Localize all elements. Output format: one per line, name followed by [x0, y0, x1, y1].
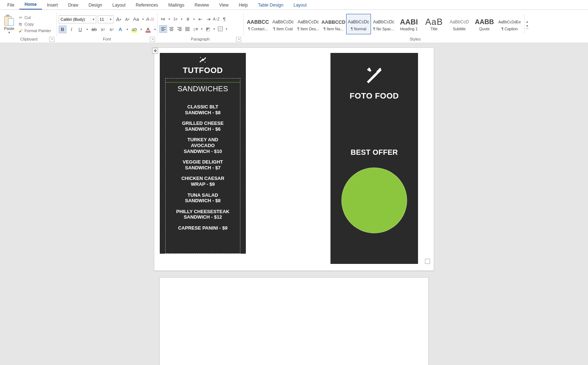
tab-home[interactable]: Home: [19, 0, 42, 9]
bold-button[interactable]: B: [59, 26, 66, 33]
chevron-down-icon[interactable]: ▾: [192, 18, 196, 21]
highlight-color-button[interactable]: ab: [131, 26, 138, 33]
chevron-down-icon[interactable]: ▾: [153, 28, 157, 31]
font-name-input[interactable]: [59, 16, 90, 23]
style-preview: AaBbCcDdEe: [498, 17, 521, 27]
chevron-down-icon[interactable]: ▾: [180, 18, 183, 21]
change-case-button[interactable]: Aa: [132, 16, 140, 23]
font-name-combo[interactable]: ▾: [59, 15, 96, 23]
align-left-button[interactable]: [159, 25, 167, 33]
tab-table-design[interactable]: Table Design: [253, 1, 288, 9]
chevron-down-icon[interactable]: ▾: [85, 28, 89, 31]
chevron-down-icon[interactable]: ▾: [8, 31, 10, 34]
style-label: Subtitle: [453, 27, 465, 31]
document-page-2[interactable]: [159, 277, 429, 365]
superscript-button[interactable]: x2: [108, 26, 115, 33]
menu-item: CHICKEN CAESAR WRAP - $9: [181, 176, 224, 187]
style-preview: AABBCC: [247, 17, 269, 27]
increase-indent-button[interactable]: ⇥: [205, 16, 212, 23]
chevron-down-icon[interactable]: ▾: [212, 27, 216, 31]
menu-item: VEGGIE DELIGHT SANDWICH - $7: [183, 159, 223, 170]
style-item[interactable]: AaBbCcDc¶ Item Des...: [296, 14, 321, 34]
offer-circle-shape[interactable]: [341, 168, 407, 233]
tab-insert[interactable]: Insert: [42, 1, 63, 9]
multilevel-list-button[interactable]: ≣: [184, 16, 192, 23]
menu-item: TUNA SALAD SANDWICH - $8: [185, 192, 221, 204]
bullets-button[interactable]: •≡: [159, 16, 167, 23]
styles-more-button[interactable]: ▴▾: [524, 14, 530, 34]
increase-font-size-button[interactable]: A▴: [115, 16, 122, 23]
chevron-down-icon[interactable]: ▾: [125, 28, 129, 31]
menu-panel-left[interactable]: TUTFOOD SANDWICHES CLASSIC BLT SANDWICH …: [160, 53, 246, 254]
group-font: ▾ ▾ A▴ A▾ Aa▾ A⌫ B I U▾ ab x2: [57, 11, 157, 43]
strikethrough-button[interactable]: ab: [90, 26, 98, 33]
styles-gallery[interactable]: AABBCC¶ Contact...AaBbCcDc¶ Item CostAaB…: [245, 14, 522, 34]
underline-button[interactable]: U: [77, 26, 84, 33]
align-right-button[interactable]: [176, 25, 183, 32]
font-color-button[interactable]: A: [144, 26, 152, 33]
clear-formatting-button[interactable]: A⌫: [146, 16, 154, 23]
tab-layout[interactable]: Layout: [107, 1, 131, 9]
format-painter-button[interactable]: 🖌 Format Painter: [17, 28, 52, 34]
style-item[interactable]: AaBbCcDdEe¶ Caption: [497, 14, 522, 34]
style-item[interactable]: AABBCCD¶ Item Na...: [321, 14, 346, 34]
line-spacing-button[interactable]: ↕≡: [192, 25, 199, 32]
font-size-input[interactable]: [98, 16, 108, 23]
style-item[interactable]: AaBbCcDSubtitle: [447, 14, 472, 34]
menu-panel-right[interactable]: FOTO FOOD BEST OFFER: [330, 53, 418, 264]
style-item[interactable]: AaBbCcDc¶ Item Cost: [271, 14, 295, 34]
justify-button[interactable]: [184, 25, 191, 32]
decrease-font-size-button[interactable]: A▾: [124, 16, 131, 23]
tab-mailings[interactable]: Mailings: [163, 1, 189, 9]
copy-icon: ⧉: [18, 22, 23, 27]
text-effects-button[interactable]: A: [117, 26, 124, 33]
style-label: ¶ Item Cost: [273, 27, 293, 31]
sort-button[interactable]: A↓Z: [213, 16, 220, 23]
clipboard-dialog-launcher[interactable]: ↘: [49, 37, 54, 42]
decrease-indent-button[interactable]: ⇤: [197, 16, 204, 23]
fork-knife-icon: [199, 56, 207, 65]
tab-design[interactable]: Design: [84, 1, 107, 9]
style-item[interactable]: AABBCC¶ Contact...: [245, 14, 270, 34]
chevron-down-icon[interactable]: ▾: [167, 18, 171, 21]
tab-help[interactable]: Help: [234, 1, 253, 9]
numbering-button[interactable]: 1≡: [172, 16, 179, 23]
tab-table-layout[interactable]: Layout: [289, 1, 312, 9]
table-resize-handle[interactable]: [425, 259, 430, 264]
chevron-down-icon[interactable]: ▾: [200, 27, 204, 31]
style-item[interactable]: AaBbCcDc¶ No Spac...: [371, 14, 396, 34]
group-label-clipboard: Clipboard: [20, 37, 37, 41]
chevron-down-icon[interactable]: ▾: [139, 28, 143, 31]
style-item[interactable]: AaBTitle: [422, 14, 446, 34]
style-item[interactable]: AABIHeading 1: [396, 14, 421, 34]
tab-view[interactable]: View: [214, 1, 234, 9]
group-label-paragraph: Paragraph: [191, 37, 209, 41]
tab-file[interactable]: File: [2, 1, 19, 9]
font-size-combo[interactable]: ▾: [98, 15, 113, 23]
style-preview: AaBbCcDc: [348, 17, 370, 27]
tab-review[interactable]: Review: [190, 1, 214, 9]
shading-button[interactable]: ◩: [204, 25, 212, 32]
document-page-1[interactable]: ✥ TUTFOOD SANDWICHES CLASSIC BLT SANDWIC…: [154, 47, 434, 271]
chevron-down-icon[interactable]: ▾: [141, 18, 145, 21]
font-dialog-launcher[interactable]: ↘: [150, 37, 155, 42]
paste-button[interactable]: Paste ▾: [3, 14, 15, 34]
borders-button[interactable]: [217, 25, 224, 32]
tab-references[interactable]: References: [131, 1, 163, 9]
document-surface[interactable]: ✥ TUTFOOD SANDWICHES CLASSIC BLT SANDWIC…: [0, 43, 588, 365]
cut-button[interactable]: ✂ Cut: [17, 15, 52, 20]
menu-section[interactable]: SANDWICHES CLASSIC BLT SANDWICH - $8GRIL…: [165, 78, 240, 254]
paragraph-dialog-launcher[interactable]: ↘: [236, 37, 241, 42]
italic-button[interactable]: I: [68, 26, 75, 33]
subscript-button[interactable]: x2: [99, 26, 107, 33]
style-item[interactable]: AABBQuote: [472, 14, 497, 34]
table-move-handle[interactable]: ✥: [152, 48, 158, 54]
copy-button[interactable]: ⧉ Copy: [17, 21, 52, 27]
chevron-down-icon[interactable]: ▾: [225, 27, 228, 31]
chevron-down-icon[interactable]: ▾: [90, 18, 96, 21]
tab-draw[interactable]: Draw: [63, 1, 84, 9]
show-hide-marks-button[interactable]: ¶: [221, 16, 228, 23]
chevron-down-icon[interactable]: ▾: [108, 18, 113, 21]
style-item[interactable]: AaBbCcDc¶ Normal: [346, 14, 371, 34]
align-center-button[interactable]: [168, 25, 175, 32]
